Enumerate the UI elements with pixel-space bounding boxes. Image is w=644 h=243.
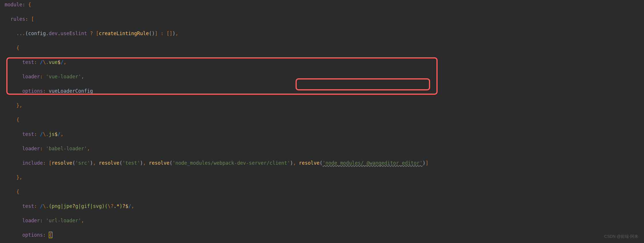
code-line: { — [5, 188, 644, 195]
code-editor[interactable]: module: { rules: [ ...(config.dev.useEsl… — [0, 0, 644, 243]
code-line: rules: [ — [5, 16, 644, 23]
code-line: loader: 'url-loader', — [5, 217, 644, 224]
code-line: }, — [5, 102, 644, 109]
code-line: include: [resolve('src'), resolve('test'… — [5, 160, 644, 167]
code-line: loader: 'babel-loader', — [5, 145, 644, 152]
code-line: { — [5, 116, 644, 124]
code-line: loader: 'vue-loader', — [5, 73, 644, 80]
watermark: CSDN @前端-阿来 — [604, 233, 638, 240]
code-line: { — [5, 44, 644, 52]
code-line: options: { — [5, 231, 644, 239]
code-line: options: vueLoaderConfig — [5, 88, 644, 95]
code-line: ...(config.dev.useEslint ? [createLintin… — [5, 30, 644, 37]
code-line: test: /\.vue$/, — [5, 59, 644, 66]
code-line: test: /\.(png|jpe?g|gif|svg)(\?.*)?$/, — [5, 203, 644, 210]
code-line: module: { — [5, 1, 644, 8]
code-line: }, — [5, 174, 644, 181]
code-line: test: /\.js$/, — [5, 131, 644, 138]
